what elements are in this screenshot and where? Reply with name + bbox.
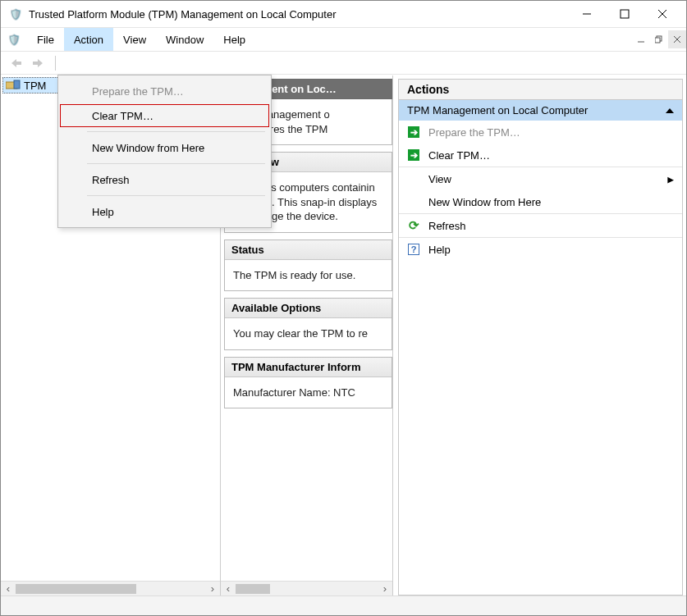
action-new-window[interactable]: New Window from Here	[399, 190, 682, 213]
scroll-right-icon[interactable]: ›	[378, 582, 392, 595]
section-manufacturer-head: TPM Manufacturer Inform	[225, 358, 392, 377]
mmc-doc-icon: 🛡️	[7, 33, 21, 46]
close-button[interactable]	[643, 2, 681, 26]
section-status: Status The TPM is ready for use.	[224, 240, 392, 292]
mdi-minimize-button[interactable]	[632, 30, 650, 48]
menu-file[interactable]: File	[27, 28, 64, 51]
menu-separator	[87, 163, 265, 164]
svg-rect-6	[655, 38, 660, 43]
center-horizontal-scrollbar[interactable]: ‹ ›	[221, 581, 392, 595]
tree-root-label: TPM	[24, 80, 46, 92]
menu-separator	[87, 131, 265, 132]
minimize-button[interactable]	[568, 2, 606, 26]
arrow-right-icon: ➔	[407, 125, 420, 139]
action-refresh-label: Refresh	[428, 220, 466, 232]
arrow-right-icon: ➔	[407, 148, 420, 162]
menu-action-refresh[interactable]: Refresh	[59, 167, 270, 192]
titlebar: 🛡️ Trusted Platform Module (TPM) Managem…	[1, 1, 686, 27]
action-prepare-label: Prepare the TPM…	[428, 126, 520, 139]
nav-forward-button[interactable]	[29, 54, 47, 72]
help-icon: ?	[407, 243, 420, 256]
submenu-arrow-icon: ▶	[667, 173, 674, 185]
menu-help[interactable]: Help	[213, 28, 255, 51]
scroll-track[interactable]	[270, 584, 378, 594]
status-bar	[1, 595, 686, 615]
action-dropdown-menu: Prepare the TPM… Clear TPM… New Window f…	[57, 75, 272, 228]
menu-action-prepare[interactable]: Prepare the TPM…	[59, 79, 270, 103]
action-view-label: View	[428, 173, 451, 185]
tree-horizontal-scrollbar[interactable]: ‹ ›	[1, 581, 220, 595]
blank-icon	[407, 195, 420, 208]
menubar: 🛡️ File Action View Window Help	[1, 28, 632, 51]
menu-action-clear-label: Clear TPM…	[92, 110, 153, 122]
tpm-mmc-window: 🛡️ Trusted Platform Module (TPM) Managem…	[0, 0, 687, 616]
action-new-window-label: New Window from Here	[428, 196, 541, 208]
action-prepare-tpm[interactable]: ➔ Prepare the TPM…	[399, 121, 682, 144]
collapse-caret-icon	[666, 108, 674, 113]
section-options: Available Options You may clear the TPM …	[224, 298, 392, 350]
section-options-head: Available Options	[225, 299, 392, 318]
toolbar	[1, 52, 686, 75]
tpm-app-icon: 🛡️	[9, 7, 22, 21]
nav-back-button[interactable]	[7, 54, 25, 72]
svg-rect-10	[14, 80, 20, 89]
menubar-row: 🛡️ File Action View Window Help	[1, 27, 686, 52]
scroll-right-icon[interactable]: ›	[205, 582, 220, 595]
menu-action-refresh-label: Refresh	[92, 174, 130, 186]
window-title: Trusted Platform Module (TPM) Management…	[29, 8, 568, 21]
section-manufacturer: TPM Manufacturer Inform Manufacturer Nam…	[224, 357, 392, 409]
menu-action-prepare-label: Prepare the TPM…	[92, 85, 184, 98]
actions-pane: Actions TPM Management on Local Computer…	[393, 75, 686, 595]
mdi-restore-button[interactable]	[650, 30, 668, 48]
mdi-window-controls	[632, 28, 686, 51]
menu-action-help-label: Help	[92, 206, 114, 218]
action-clear-tpm[interactable]: ➔ Clear TPM…	[399, 144, 682, 167]
action-help[interactable]: ? Help	[399, 237, 682, 261]
svg-rect-1	[621, 10, 629, 18]
toolbar-separator	[55, 56, 56, 71]
blank-icon	[407, 172, 420, 185]
scroll-thumb[interactable]	[16, 584, 136, 594]
section-options-body: You may clear the TPM to re	[225, 318, 392, 349]
section-manufacturer-body: Manufacturer Name: NTC	[225, 377, 392, 408]
section-status-body: The TPM is ready for use.	[225, 260, 392, 291]
tpm-node-icon	[6, 79, 21, 92]
actions-group-header[interactable]: TPM Management on Local Computer	[399, 100, 682, 121]
section-status-head: Status	[225, 240, 392, 260]
window-controls	[568, 2, 681, 26]
refresh-icon: ⟳	[407, 219, 420, 232]
menu-action-help[interactable]: Help	[59, 199, 270, 224]
actions-group-title: TPM Management on Local Computer	[407, 104, 588, 116]
menu-action[interactable]: Action	[64, 28, 113, 51]
scroll-track[interactable]	[136, 584, 205, 594]
scroll-left-icon[interactable]: ‹	[221, 582, 236, 595]
scroll-left-icon[interactable]: ‹	[1, 582, 16, 595]
menu-view[interactable]: View	[113, 28, 156, 51]
action-refresh[interactable]: ⟳ Refresh	[399, 213, 682, 237]
menu-action-new-window-label: New Window from Here	[92, 142, 204, 154]
workspace: Prepare the TPM… Clear TPM… New Window f…	[1, 75, 686, 595]
maximize-button[interactable]	[606, 2, 643, 26]
menu-window[interactable]: Window	[156, 28, 213, 51]
scroll-thumb[interactable]	[236, 584, 270, 594]
action-clear-label: Clear TPM…	[428, 149, 490, 162]
actions-header: Actions	[398, 79, 683, 100]
menu-action-clear[interactable]: Clear TPM…	[59, 103, 270, 128]
menu-action-new-window[interactable]: New Window from Here	[59, 135, 270, 160]
menu-separator	[87, 195, 265, 196]
action-view[interactable]: View ▶	[399, 167, 682, 190]
mdi-close-button[interactable]	[668, 30, 686, 48]
actions-body: TPM Management on Local Computer ➔ Prepa…	[398, 100, 683, 595]
action-help-label: Help	[428, 244, 451, 256]
